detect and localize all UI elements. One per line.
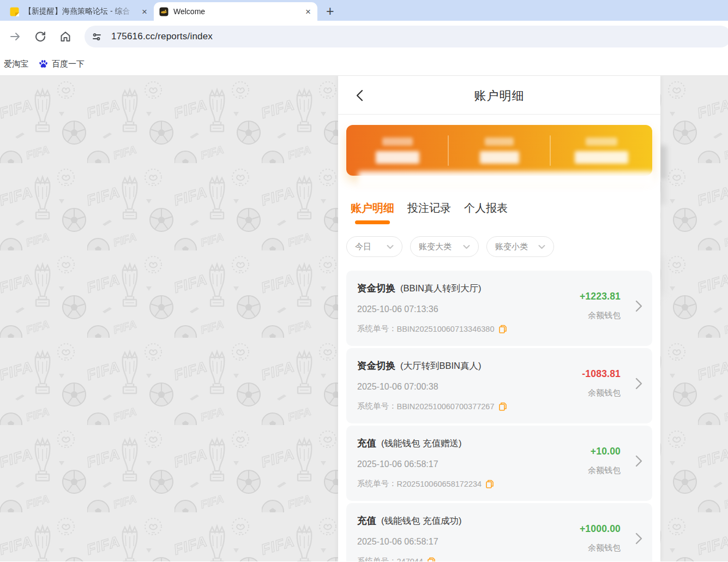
record-row[interactable]: 充值 (钱能钱包 充值赠送) 2025-10-06 06:58:17 系统单号：… xyxy=(346,426,652,501)
home-icon[interactable] xyxy=(59,31,71,43)
yellow-note-icon xyxy=(10,7,19,16)
tab-title: Welcome xyxy=(173,7,299,16)
record-row[interactable]: 资金切换 (大厅转到BBIN真人) 2025-10-06 07:00:38 系统… xyxy=(346,348,652,423)
chevron-down-icon xyxy=(387,244,394,249)
record-type: 充值 xyxy=(357,437,376,450)
site-settings-icon[interactable] xyxy=(92,32,102,42)
page-viewport: FIFA FIFA xyxy=(0,76,728,561)
record-wallet: 余额钱包 xyxy=(580,543,621,553)
record-order-label: 系统单号： xyxy=(357,479,397,489)
baidu-paw-icon xyxy=(39,59,48,69)
record-order-number: R202510060658172234 xyxy=(397,480,482,488)
bookmark-label: 爱淘宝 xyxy=(4,59,28,69)
blur-artifact xyxy=(659,145,667,180)
record-amount: -1083.81 xyxy=(582,368,621,380)
masked-stat-column xyxy=(346,125,448,176)
blur-artifact xyxy=(358,171,654,187)
record-type: 资金切换 xyxy=(357,359,395,372)
record-wallet: 余额钱包 xyxy=(582,388,621,398)
page-title: 账户明细 xyxy=(338,88,660,104)
filter-major-type-dropdown[interactable]: 账变大类 xyxy=(410,236,479,257)
record-datetime: 2025-10-06 07:00:38 xyxy=(357,382,582,392)
record-row[interactable]: 资金切换 (BBIN真人转到大厅) 2025-10-06 07:13:36 系统… xyxy=(346,271,652,346)
gold-emblem-icon xyxy=(159,7,169,16)
bookmark-label: 百度一下 xyxy=(52,59,85,69)
record-list: 资金切换 (BBIN真人转到大厅) 2025-10-06 07:13:36 系统… xyxy=(346,271,652,561)
record-datetime: 2025-10-06 06:58:17 xyxy=(357,537,580,547)
masked-value xyxy=(575,151,628,164)
chevron-down-icon xyxy=(463,244,470,249)
browser-tab-forum[interactable]: 【新提醒】海燕策略论坛 - 综合 × xyxy=(4,2,154,21)
copy-icon[interactable] xyxy=(486,480,494,488)
close-icon[interactable]: × xyxy=(141,7,148,16)
tab-bet-records[interactable]: 投注记录 xyxy=(407,201,451,224)
masked-value xyxy=(376,151,419,164)
record-order-number: BBIN202510060713346380 xyxy=(397,325,495,333)
masked-value xyxy=(480,151,519,164)
close-icon[interactable]: × xyxy=(304,7,312,16)
masked-stat-column xyxy=(448,125,550,176)
copy-icon[interactable] xyxy=(428,557,435,562)
masked-stat-column xyxy=(550,125,652,176)
record-order-number: 247044 xyxy=(397,557,423,562)
filter-date-dropdown[interactable]: 今日 xyxy=(346,236,402,257)
tab-title: 【新提醒】海燕策略论坛 - 综合 xyxy=(24,7,136,16)
page-header: 账户明细 xyxy=(338,76,660,115)
copy-icon[interactable] xyxy=(499,402,507,411)
chevron-right-icon xyxy=(635,533,642,545)
record-datetime: 2025-10-06 07:13:36 xyxy=(357,304,580,314)
browser-toolbar: 175616.cc/reports/index xyxy=(0,21,728,52)
record-subtitle: (钱能钱包 充值赠送) xyxy=(381,438,462,450)
record-subtitle: (钱能钱包 充值成功) xyxy=(381,515,462,527)
record-amount: +1223.81 xyxy=(580,291,621,302)
account-detail-panel: 账户明细 账户明细 投注记录 个人报表 今日 xyxy=(338,76,660,561)
record-order-label: 系统单号： xyxy=(357,324,397,334)
record-wallet: 余额钱包 xyxy=(588,465,621,476)
masked-label xyxy=(485,137,514,146)
section-tabs: 账户明细 投注记录 个人报表 xyxy=(338,201,660,224)
balance-summary-card xyxy=(346,125,652,176)
record-order-label: 系统单号： xyxy=(357,556,397,561)
reload-icon[interactable] xyxy=(34,31,46,43)
address-bar[interactable]: 175616.cc/reports/index xyxy=(85,26,728,47)
chevron-right-icon xyxy=(635,455,642,467)
record-type: 充值 xyxy=(357,514,376,527)
bookmark-baidu[interactable]: 百度一下 xyxy=(36,59,87,69)
bookmarks-bar: 爱淘宝 百度一下 xyxy=(0,52,728,76)
record-amount: +10.00 xyxy=(588,446,621,457)
record-wallet: 余额钱包 xyxy=(580,310,621,321)
filter-row: 今日 账变大类 账变小类 xyxy=(338,236,660,257)
chevron-right-icon xyxy=(635,378,642,390)
browser-tab-welcome[interactable]: Welcome × xyxy=(154,2,317,21)
record-subtitle: (大厅转到BBIN真人) xyxy=(400,360,482,372)
tab-strip: 【新提醒】海燕策略论坛 - 综合 × Welcome × + xyxy=(0,0,728,21)
record-amount: +1000.00 xyxy=(580,523,621,535)
record-order-label: 系统单号： xyxy=(357,401,397,411)
record-type: 资金切换 xyxy=(357,282,395,295)
masked-label xyxy=(382,137,413,146)
record-row[interactable]: 充值 (钱能钱包 充值成功) 2025-10-06 06:58:17 系统单号：… xyxy=(346,503,652,561)
record-subtitle: (BBIN真人转到大厅) xyxy=(400,283,482,295)
bookmark-aitaobao[interactable]: 爱淘宝 xyxy=(1,59,31,69)
tab-account-detail[interactable]: 账户明细 xyxy=(351,201,394,224)
record-datetime: 2025-10-06 06:58:17 xyxy=(357,459,588,469)
record-order-number: BBIN202510060700377267 xyxy=(397,402,495,411)
copy-icon[interactable] xyxy=(499,325,507,333)
chevron-right-icon xyxy=(635,300,642,312)
forward-arrow-icon[interactable] xyxy=(9,31,21,43)
tab-personal-report[interactable]: 个人报表 xyxy=(464,201,508,224)
filter-minor-type-dropdown[interactable]: 账变小类 xyxy=(486,236,554,257)
masked-label xyxy=(586,137,617,146)
chevron-down-icon xyxy=(538,244,545,249)
url-text[interactable]: 175616.cc/reports/index xyxy=(111,31,213,42)
new-tab-button[interactable]: + xyxy=(326,4,334,18)
